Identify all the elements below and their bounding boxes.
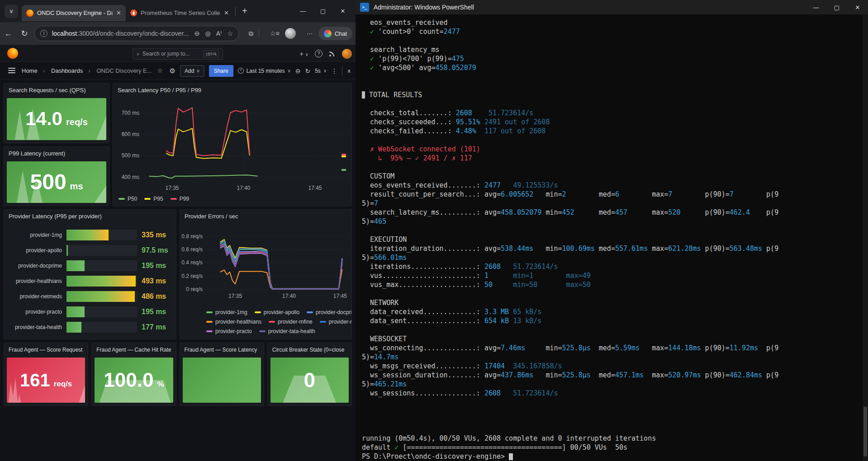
- terminal-scrollbar-thumb[interactable]: [863, 407, 867, 456]
- grafana-header: ⌕ Search or jump to... ctrl+k + ∨ ?: [0, 45, 356, 62]
- terminal-line: iteration_duration........: avg=538.44ms…: [362, 244, 860, 253]
- stat-number: 14.0: [25, 108, 62, 130]
- legend-item-P99[interactable]: P99: [171, 196, 189, 202]
- terminal-output[interactable]: eos_events_received ✓ 'count>0' count=24…: [362, 14, 860, 461]
- grafana-logo-icon[interactable]: [7, 48, 18, 59]
- series-P50: [149, 175, 257, 178]
- powershell-titlebar[interactable]: >_ Administrator: Windows PowerShell — ▢…: [356, 0, 868, 14]
- legend-swatch-icon: [206, 330, 213, 332]
- panel-fraud-score-request: Fraud Agent — Score Request 161req/s: [4, 343, 88, 406]
- terminal-scrollbar[interactable]: [863, 14, 868, 461]
- legend-swatch-icon: [307, 311, 313, 313]
- y-axis-tick: 0 req/s: [186, 286, 203, 292]
- favorites-bar-icon[interactable]: ☆≡: [270, 30, 280, 37]
- news-icon[interactable]: [329, 50, 336, 57]
- provider-name: provider-1mg: [9, 232, 62, 238]
- toolbar-divider: [342, 66, 342, 75]
- terminal-line: [362, 136, 860, 145]
- legend-item-P50[interactable]: P50: [119, 196, 137, 202]
- dashboard-settings-icon[interactable]: ⚙: [170, 67, 175, 75]
- browser-profile-avatar[interactable]: [285, 28, 296, 39]
- kebab-menu-icon[interactable]: ⋮: [331, 67, 337, 75]
- tab-search-chevron-icon[interactable]: ∨: [5, 5, 18, 18]
- legend-item-provider-tata-health[interactable]: provider-tata-health: [259, 328, 315, 334]
- read-aloud-icon[interactable]: A⁾: [216, 30, 222, 37]
- terminal-close-button[interactable]: ✕: [847, 0, 868, 14]
- errors-chart-legend: provider-1mgprovider-apolloprovider-docp…: [206, 309, 352, 334]
- time-range-picker[interactable]: Last 15 minutes ∨: [238, 68, 291, 74]
- legend-item-provider-apollo[interactable]: provider-apollo: [255, 309, 299, 315]
- help-icon[interactable]: ?: [315, 50, 323, 57]
- legend-item-provider-healthians[interactable]: provider-healthians: [206, 319, 261, 325]
- menu-icon[interactable]: [8, 68, 15, 73]
- terminal-line: eos_events_received.......: 2477 49.1255…: [362, 181, 860, 190]
- panel-title[interactable]: Circuit Breaker State (0=close: [268, 343, 351, 357]
- panel-title[interactable]: Search Requests / sec (QPS): [4, 84, 109, 97]
- stat-value: 161req/s: [20, 370, 72, 390]
- breadcrumb-home[interactable]: Home: [22, 67, 38, 74]
- provider-row-provider-tata-health: provider-tata-health177 ms: [9, 321, 171, 334]
- panel-provider-latency: Provider Latency (P95 per provider) prov…: [4, 209, 176, 339]
- legend-item-provider-1mg[interactable]: provider-1mg: [206, 309, 247, 315]
- site-info-icon[interactable]: i: [40, 30, 47, 37]
- panel-title[interactable]: Fraud Agent — Score Latency: [180, 343, 264, 357]
- add-menu-icon[interactable]: + ∨: [300, 50, 308, 57]
- legend-label: provider-1mg: [215, 309, 247, 315]
- provider-bar-track: [66, 245, 137, 256]
- x-axis-tick: 17:45: [308, 185, 322, 191]
- panel-title[interactable]: Search Latency P50 / P95 / P99: [113, 84, 351, 97]
- panel-title[interactable]: P99 Latency (current): [4, 147, 109, 160]
- grafana-avatar[interactable]: [342, 49, 352, 59]
- favorite-star-icon[interactable]: ☆: [227, 30, 233, 37]
- reader-mode-icon[interactable]: ◎: [205, 30, 210, 37]
- legend-item-provider-netmeds[interactable]: provider-netmeds: [320, 319, 352, 325]
- refresh-interval-picker[interactable]: 5s ∨: [315, 68, 327, 74]
- refresh-dashboard-icon[interactable]: ↻: [305, 67, 310, 75]
- toolbar-divider: [259, 29, 259, 38]
- zoom-out-icon[interactable]: ⊖: [194, 30, 200, 37]
- tab-close-icon[interactable]: ✕: [116, 9, 121, 16]
- new-tab-button[interactable]: +: [242, 6, 247, 16]
- browser-window-controls: — ▢ ✕: [293, 0, 353, 22]
- tab-ondc-dashboard[interactable]: ONDC Discovery Engine - Dashbo ✕: [22, 5, 126, 21]
- terminal-line: checks_total.......: 2608 51.723614/s: [362, 108, 860, 118]
- collapse-toolbar-icon[interactable]: ∧: [347, 68, 351, 74]
- breadcrumb-current[interactable]: ONDC Discovery E...: [96, 67, 152, 74]
- favorite-dashboard-icon[interactable]: ☆: [157, 67, 163, 74]
- breadcrumb-dashboards[interactable]: Dashboards: [51, 67, 83, 74]
- grafana-header-actions: + ∨ ?: [300, 45, 352, 62]
- legend-item-provider-docprime[interactable]: provider-docprime: [307, 309, 352, 315]
- legend-item-provider-mfine[interactable]: provider-mfine: [269, 319, 313, 325]
- copilot-chat-button[interactable]: Chat: [318, 27, 352, 40]
- breadcrumb-separator: ›: [43, 67, 45, 74]
- grafana-search-input[interactable]: ⌕ Search or jump to... ctrl+k: [133, 48, 223, 60]
- provider-value: 97.5 ms: [142, 246, 171, 254]
- panel-title[interactable]: Provider Latency (P95 per provider): [4, 210, 176, 223]
- more-options-icon[interactable]: ⋯: [307, 30, 313, 37]
- panel-search-latency-chart: Search Latency P50 / P95 / P99 700 ms600…: [113, 83, 352, 206]
- terminal-line: [362, 99, 860, 108]
- stat-unit: %: [157, 380, 164, 389]
- browser-maximize-button[interactable]: ▢: [313, 2, 333, 20]
- add-panel-button[interactable]: Add∨: [180, 65, 204, 77]
- panel-title[interactable]: Fraud Agent — Cache Hit Rate: [92, 343, 175, 357]
- address-bar[interactable]: i localhost:3000/d/ondc-discovery/ondc-d…: [34, 26, 239, 41]
- legend-item-P95[interactable]: P95: [144, 196, 163, 202]
- terminal-maximize-button[interactable]: ▢: [826, 0, 847, 14]
- legend-item-provider-practo[interactable]: provider-practo: [206, 328, 252, 334]
- zoom-out-time-icon[interactable]: ⊖: [295, 67, 301, 75]
- series-provider-apollo: [220, 240, 342, 289]
- terminal-line: [362, 398, 860, 407]
- panel-title[interactable]: Provider Errors / sec: [180, 210, 351, 223]
- browser-close-button[interactable]: ✕: [333, 2, 353, 20]
- terminal-minimize-button[interactable]: —: [806, 0, 826, 14]
- refresh-icon[interactable]: ↻: [16, 28, 33, 38]
- tab-close-icon[interactable]: ✕: [224, 9, 229, 16]
- tab-prometheus[interactable]: Prometheus Time Series Collection ✕: [126, 5, 233, 21]
- extensions-icon[interactable]: ⧉: [249, 30, 253, 38]
- browser-minimize-button[interactable]: —: [293, 2, 313, 20]
- share-button[interactable]: Share: [209, 65, 233, 77]
- panel-title[interactable]: Fraud Agent — Score Request: [4, 343, 88, 357]
- back-icon[interactable]: ←: [0, 29, 16, 38]
- provider-name: provider-apollo: [9, 247, 62, 254]
